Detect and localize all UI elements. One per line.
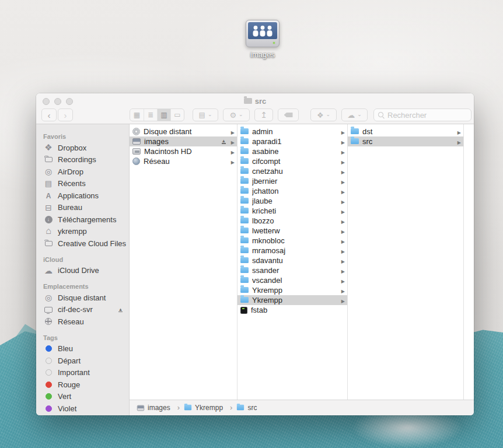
file-row[interactable]: lbozzo	[237, 216, 347, 226]
chevron-right-icon	[341, 147, 345, 156]
file-row[interactable]: asabine	[237, 146, 347, 156]
file-row[interactable]: jchatton	[237, 186, 347, 196]
dot-icon	[46, 405, 52, 412]
title-bar: src	[36, 95, 474, 107]
sidebar-item[interactable]: Violet	[36, 402, 129, 415]
view-columns-button[interactable]: ▥	[157, 109, 170, 121]
file-row[interactable]: admin	[237, 127, 347, 136]
sidebar-item[interactable]: cif-dec-svr	[36, 304, 129, 316]
sidebar-item[interactable]: Disque distant	[36, 292, 129, 304]
close-button[interactable]	[43, 98, 50, 105]
file-row[interactable]: kricheti	[237, 206, 347, 216]
file-row[interactable]: cnetzahu	[237, 166, 347, 176]
file-row[interactable]: aparadi1	[237, 136, 347, 146]
drive-led	[273, 42, 275, 44]
sidebar-item[interactable]: Récents	[36, 178, 129, 190]
folder-proxy-icon	[244, 98, 252, 104]
sidebar-item-label: iCloud Drive	[58, 266, 99, 275]
dropbox-menu-button[interactable]: ❖⌄	[310, 108, 337, 121]
path-item[interactable]: Ykrempp	[184, 403, 236, 412]
folder-icon	[240, 287, 249, 293]
view-icons-button[interactable]: ▦	[130, 109, 144, 121]
file-name: Ykrempp	[252, 296, 338, 304]
sidebar-item[interactable]: Creative Cloud Files	[36, 237, 129, 250]
sidebar-item[interactable]: iCloud Drive	[36, 265, 129, 277]
tag-button[interactable]	[278, 108, 299, 121]
group-by-button[interactable]: ▤⌄	[193, 108, 218, 121]
file-row[interactable]: cifcompt	[237, 156, 347, 166]
eject-icon[interactable]	[118, 307, 123, 312]
action-menu-button[interactable]: ⚙⌄	[223, 108, 250, 121]
file-name: fstab	[251, 306, 345, 314]
sidebar-item[interactable]: Recordings	[36, 154, 129, 166]
file-row[interactable]: Réseau	[130, 156, 237, 166]
sidebar-section: Tags Bleu	[36, 332, 129, 416]
sidebar-item[interactable]: Important	[36, 367, 129, 379]
sidebar-item-label: AirDrop	[58, 167, 83, 176]
folder-icon	[240, 277, 249, 284]
folder-icon	[240, 247, 249, 254]
file-row[interactable]: lwetterw	[237, 226, 347, 236]
forward-button[interactable]: ›	[58, 108, 73, 121]
file-row[interactable]: mramosaj	[237, 246, 347, 256]
eject-icon[interactable]	[221, 139, 226, 144]
remote-disc-icon	[45, 293, 52, 302]
share-button[interactable]: ↥	[254, 108, 273, 121]
sidebar-item[interactable]: Gris	[36, 415, 129, 416]
sidebar-item[interactable]: ykrempp	[36, 226, 129, 238]
drive-icon	[137, 405, 144, 411]
sidebar-item[interactable]: Réseau	[36, 316, 129, 328]
path-item[interactable]: images	[137, 403, 184, 412]
file-row[interactable]: Ykrempp	[237, 285, 347, 295]
sidebar-item[interactable]: Départ	[36, 355, 129, 367]
sidebar-item[interactable]: Bleu	[36, 343, 129, 355]
chevron-right-icon	[341, 236, 345, 245]
sidebar-item[interactable]: Bureau	[36, 202, 129, 214]
chevron-right-icon	[341, 137, 345, 146]
file-row[interactable]: sdavantu	[237, 256, 347, 265]
column-contents: dst src	[348, 124, 464, 400]
back-button[interactable]: ‹	[41, 108, 57, 121]
file-row[interactable]: jlaube	[237, 196, 347, 206]
file-row[interactable]: fstab	[237, 305, 347, 315]
file-row[interactable]: vscandel	[237, 275, 347, 285]
file-row[interactable]: Disque distant	[130, 127, 237, 136]
search-input[interactable]	[386, 110, 471, 120]
file-row[interactable]: dst	[348, 127, 463, 136]
chevron-down-icon: ⌄	[357, 111, 362, 117]
zoom-button[interactable]	[66, 98, 73, 105]
chevron-right-icon	[341, 197, 345, 205]
file-name: Réseau	[144, 157, 228, 166]
view-gallery-button[interactable]: ▭	[170, 109, 184, 121]
chevron-right-icon	[231, 157, 235, 166]
sidebar-item[interactable]: Applications	[36, 190, 129, 202]
file-row[interactable]: ssander	[237, 265, 347, 275]
file-row[interactable]: mknobloc	[237, 236, 347, 246]
sidebar-item[interactable]: Téléchargements	[36, 214, 129, 226]
desktop-icon-images[interactable]: images	[239, 20, 287, 59]
file-row[interactable]: Macintosh HD	[130, 146, 237, 156]
sidebar-item[interactable]: Vert	[36, 391, 129, 403]
sidebar-item[interactable]: Dropbox	[36, 142, 129, 154]
sidebar-item-label: Bureau	[58, 203, 82, 212]
chevron-right-icon	[341, 256, 345, 265]
sidebar-item[interactable]: Rouge	[36, 379, 129, 391]
minimize-button[interactable]	[54, 98, 61, 105]
file-name: cnetzahu	[252, 167, 338, 176]
path-item[interactable]: src	[236, 404, 257, 412]
file-name: asabine	[252, 147, 338, 156]
file-name: ssander	[252, 266, 338, 275]
sidebar-item[interactable]: AirDrop	[36, 166, 129, 178]
view-list-button[interactable]: ≣	[144, 109, 157, 121]
chevron-down-icon: ⌄	[208, 111, 212, 117]
creative-cloud-menu-button[interactable]: ☁⌄	[341, 108, 368, 121]
sidebar-item-label: cif-dec-svr	[58, 305, 93, 314]
file-row[interactable]: images	[130, 136, 237, 146]
file-row[interactable]: Ykrempp	[237, 295, 347, 305]
file-row[interactable]: src	[348, 136, 463, 146]
sidebar-section: Favoris Dropbox	[36, 131, 129, 250]
file-row[interactable]: jbernier	[237, 176, 347, 186]
dot-icon	[46, 358, 52, 364]
file-name: admin	[252, 127, 338, 136]
file-name: mramosaj	[252, 246, 338, 255]
